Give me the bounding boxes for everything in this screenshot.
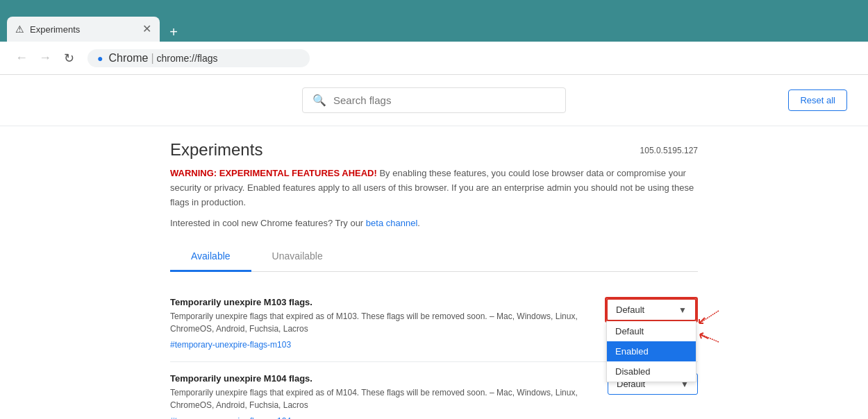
experiments-main: Experiments 105.0.5195.127 WARNING: EXPE…	[156, 126, 712, 419]
new-tab-button[interactable]: +	[164, 22, 183, 42]
flag-desc-m103: Temporarily unexpire flags that expired …	[170, 310, 591, 335]
dropdown-menu-m103: Default Enabled Disabled	[606, 321, 696, 382]
search-box: 🔍	[302, 87, 566, 113]
flag-link-m104[interactable]: #temporary-unexpire-flags-m104	[170, 416, 291, 419]
dropdown-arrow-m103: ▼	[678, 305, 687, 315]
search-input[interactable]	[333, 94, 556, 106]
beta-text: Interested in cool new Chrome features? …	[170, 218, 698, 228]
svg-line-3	[700, 334, 708, 339]
svg-line-6	[699, 311, 719, 323]
address-url: chrome://flags	[157, 53, 218, 64]
address-separator: |	[151, 52, 153, 65]
flag-info-m104: Temporarily unexpire M104 flags. Tempora…	[170, 373, 608, 419]
address-bar: ← → ↻ ● Chrome | chrome://flags	[0, 42, 868, 75]
lock-icon: ●	[97, 53, 103, 64]
dropdown-option-disabled[interactable]: Disabled	[607, 361, 696, 382]
dropdown-value-m103: Default	[616, 305, 644, 315]
flag-control-m103: Default ▼ Default Enabled Disabled	[605, 297, 698, 323]
warning-block: WARNING: EXPERIMENTAL FEATURES AHEAD! By…	[170, 166, 698, 210]
browser-tab-bar: ⚠ Experiments ✕ +	[0, 0, 868, 42]
beta-channel-link[interactable]: beta channel	[366, 218, 417, 228]
tab-close-button[interactable]: ✕	[142, 24, 151, 35]
dropdown-option-default[interactable]: Default	[607, 321, 696, 341]
dropdown-m103: Default ▼ Default Enabled Disabled	[605, 297, 698, 323]
red-arrows-annotation	[698, 304, 746, 359]
tabs-row: Available Unavailable	[170, 242, 698, 272]
dropdown-option-enabled[interactable]: Enabled	[607, 341, 696, 361]
tab-available[interactable]: Available	[170, 242, 251, 272]
warning-highlight: WARNING: EXPERIMENTAL FEATURES AHEAD!	[170, 168, 377, 178]
flag-link-m103[interactable]: #temporary-unexpire-flags-m103	[170, 340, 291, 350]
search-icon: 🔍	[312, 94, 326, 107]
dropdown-button-m103[interactable]: Default ▼	[606, 298, 696, 321]
search-area: 🔍 Reset all	[0, 75, 868, 126]
experiments-header: Experiments 105.0.5195.127	[170, 140, 698, 160]
svg-line-4	[700, 333, 703, 334]
version-text: 105.0.5195.127	[640, 146, 698, 155]
flag-name-m103: Temporarily unexpire M103 flags.	[170, 297, 591, 307]
forward-button[interactable]: →	[35, 48, 56, 69]
svg-line-7	[701, 334, 719, 342]
page-title: Experiments	[170, 140, 262, 160]
svg-line-5	[700, 334, 701, 339]
beta-prefix: Interested in cool new Chrome features? …	[170, 218, 366, 228]
tab-unavailable[interactable]: Unavailable	[251, 242, 344, 272]
flag-info-m103: Temporarily unexpire M103 flags. Tempora…	[170, 297, 605, 350]
flag-desc-m104: Temporarily unexpire flags that expired …	[170, 386, 594, 411]
tab-icon: ⚠	[15, 24, 24, 35]
tab-title: Experiments	[30, 24, 80, 35]
flag-item-m103: Temporarily unexpire M103 flags. Tempora…	[170, 286, 698, 362]
flag-name-m104: Temporarily unexpire M104 flags.	[170, 373, 594, 384]
svg-line-0	[699, 318, 705, 323]
beta-suffix: .	[417, 218, 420, 228]
refresh-button[interactable]: ↻	[58, 48, 79, 69]
page-content: 🔍 Reset all Experiments 105.0.5195.127 W…	[0, 75, 868, 419]
active-tab[interactable]: ⚠ Experiments ✕	[7, 17, 160, 42]
back-button[interactable]: ←	[11, 48, 32, 69]
address-brand: Chrome	[108, 52, 148, 65]
reset-all-button[interactable]: Reset all	[788, 89, 847, 111]
address-input-wrap[interactable]: ● Chrome | chrome://flags	[87, 49, 310, 67]
